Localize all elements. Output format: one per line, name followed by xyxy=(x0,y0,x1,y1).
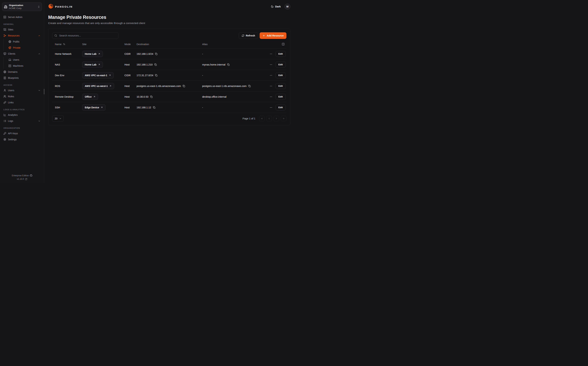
site-name: Home Lab xyxy=(85,53,96,55)
toolbar-actions: Refresh Add Resource xyxy=(239,32,287,39)
last-page-button[interactable] xyxy=(281,116,287,121)
previous-page-button[interactable] xyxy=(266,116,272,121)
destination-value: postgres.us-east-1.rds.amazonaws.com xyxy=(137,85,181,87)
page-size-value: 20 xyxy=(55,117,58,120)
sidebar-item-analytics[interactable]: Analytics xyxy=(2,112,42,118)
sidebar-item-resources[interactable]: Resources xyxy=(2,33,42,38)
page-title: Manage Private Resources xyxy=(48,15,290,20)
sidebar-item-users[interactable]: Users xyxy=(2,87,42,93)
edit-button[interactable]: Edit xyxy=(276,51,286,57)
column-header-site: Site xyxy=(79,43,122,46)
table-row: NAS Home Lab Host 192.168.1.210 mynas.ho… xyxy=(52,59,287,70)
sidebar-item-label: API Keys xyxy=(8,132,18,135)
row-menu-button[interactable] xyxy=(270,85,272,87)
site-name: Home Lab xyxy=(85,63,96,66)
sidebar-item-domains[interactable]: Domains xyxy=(2,69,42,75)
sidebar-item-settings[interactable]: Settings xyxy=(2,137,42,142)
sidebar-item-clients[interactable]: Clients xyxy=(2,51,42,57)
row-menu-button[interactable] xyxy=(270,95,272,98)
edit-button[interactable]: Edit xyxy=(276,62,286,68)
destination-value: 192.168.1.0/24 xyxy=(137,53,153,55)
alias-value: postgres.us-east-1.rds.amazonaws.com xyxy=(202,85,247,87)
chart-line-icon xyxy=(3,114,6,116)
external-link-icon xyxy=(25,178,27,180)
sidebar-item-private[interactable]: Private xyxy=(4,45,42,51)
arrow-up-right-icon xyxy=(98,53,100,55)
org-selector[interactable]: Organization ACME Corp. xyxy=(2,2,42,11)
version-label: v1.13.0 xyxy=(17,178,24,180)
sidebar-item-blueprints[interactable]: Blueprints xyxy=(2,75,42,81)
next-page-button[interactable] xyxy=(274,116,279,121)
column-label: Mode xyxy=(125,43,131,46)
copy-destination-button[interactable] xyxy=(155,74,157,76)
sidebar-item-sites[interactable]: Sites xyxy=(2,27,42,32)
version-link[interactable]: v1.13.0 xyxy=(0,178,44,180)
sidebar-resize-handle[interactable] xyxy=(44,89,44,94)
chevrons-up-down-icon xyxy=(37,6,40,8)
sidebar-item-machines[interactable]: Machines xyxy=(4,63,42,69)
row-menu-button[interactable] xyxy=(270,106,272,109)
table-row: Dev Env AWS VPC us-east-1 CIDR 172.31.27… xyxy=(52,70,287,81)
row-menu-button[interactable] xyxy=(270,53,272,55)
name-cell: SSH xyxy=(52,106,79,109)
add-resource-button[interactable]: Add Resource xyxy=(260,32,287,39)
site-link[interactable]: Edge Device xyxy=(82,104,105,111)
sidebar-item-label: Resources xyxy=(8,34,20,37)
edition-link[interactable]: Enterprise Edition xyxy=(0,174,44,177)
row-menu-button[interactable] xyxy=(270,63,272,66)
copy-destination-button[interactable] xyxy=(155,53,157,55)
arrow-up-right-icon xyxy=(109,85,111,87)
column-visibility-button[interactable] xyxy=(264,43,287,46)
users-icon xyxy=(3,95,6,98)
edit-button[interactable]: Edit xyxy=(276,83,286,89)
copy-alias-button[interactable] xyxy=(227,63,230,66)
first-page-button[interactable] xyxy=(259,116,265,121)
sidebar-item-server-admin[interactable]: Server Admin xyxy=(2,14,42,20)
site-link[interactable]: AWS VPC us-west-1 xyxy=(82,83,114,89)
search-input[interactable] xyxy=(59,34,116,37)
edit-button[interactable]: Edit xyxy=(276,105,286,110)
avatar[interactable]: M xyxy=(285,4,290,9)
site-link[interactable]: Home Lab xyxy=(82,51,103,57)
site-cell: Home Lab xyxy=(79,61,122,68)
sidebar-item-roles[interactable]: Roles xyxy=(2,93,42,99)
copy-destination-button[interactable] xyxy=(150,96,153,98)
sidebar-item-links[interactable]: Links xyxy=(2,99,42,105)
edit-button[interactable]: Edit xyxy=(276,94,286,100)
topbar-right: Dark M xyxy=(271,4,290,9)
arrow-up-right-icon xyxy=(101,106,103,108)
sidebar-item-label: Sites xyxy=(8,28,13,31)
destination-cell: 172.31.27.0/24 xyxy=(134,74,199,77)
destination-cell: 192.168.1.0/24 xyxy=(134,53,199,55)
sidebar-item-label: Roles xyxy=(8,95,14,98)
edit-button[interactable]: Edit xyxy=(276,72,286,78)
sidebar-item-logs[interactable]: Logs xyxy=(2,118,42,124)
sidebar-item-client-users[interactable]: Users xyxy=(4,57,42,63)
copy-destination-button[interactable] xyxy=(154,63,157,66)
destination-cell: 10.30.0.53 xyxy=(134,95,199,98)
sidebar-item-api-keys[interactable]: API Keys xyxy=(2,130,42,136)
page-size-select[interactable]: 20 xyxy=(52,115,64,122)
copy-destination-button[interactable] xyxy=(153,106,155,109)
row-actions: Edit xyxy=(264,94,287,100)
copy-alias-button[interactable] xyxy=(248,85,251,87)
site-link[interactable]: Office xyxy=(82,94,98,100)
page-subtitle: Create and manage resources that are onl… xyxy=(48,22,290,25)
row-actions: Edit xyxy=(264,83,287,89)
laptop-icon xyxy=(8,58,11,61)
sidebar-item-public[interactable]: Public xyxy=(4,39,42,45)
site-link[interactable]: Home Lab xyxy=(82,61,103,68)
site-link[interactable]: AWS VPC us-east-1 xyxy=(82,72,114,78)
column-header-name[interactable]: Name xyxy=(52,43,79,46)
org-selector-label: Organization xyxy=(9,4,23,7)
sidebar-item-label: Analytics xyxy=(8,114,18,116)
copy-destination-button[interactable] xyxy=(183,85,185,87)
server-icon xyxy=(3,16,6,18)
refresh-button[interactable]: Refresh xyxy=(239,32,258,39)
theme-toggle[interactable]: Dark xyxy=(271,5,281,8)
key-icon xyxy=(3,132,6,135)
alias-value: - xyxy=(202,74,203,77)
row-actions: Edit xyxy=(264,72,287,78)
name-cell: Home Network xyxy=(52,53,79,55)
row-menu-button[interactable] xyxy=(270,74,272,77)
